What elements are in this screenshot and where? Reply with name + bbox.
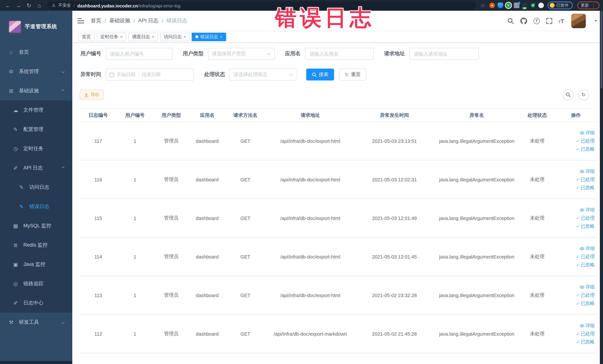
close-icon[interactable]: ×	[152, 35, 154, 39]
mark-processed-link[interactable]: ✓ 已处理	[576, 138, 595, 144]
sidebar-item-log-center[interactable]: ✐ 日志中心	[0, 293, 72, 313]
extension-onoff-icon[interactable]	[522, 3, 527, 8]
font-size-icon[interactable]: TT	[559, 18, 564, 24]
sidebar-item-java-monitor[interactable]: ▣ Java 监控	[0, 255, 72, 274]
user-type-select[interactable]: 请选择用户类型	[208, 48, 275, 60]
export-button[interactable]: 导出	[80, 90, 104, 100]
close-icon[interactable]: ×	[220, 35, 222, 39]
extension-grid-icon[interactable]	[514, 3, 519, 8]
browser-update-button[interactable]: 更新 ⋮	[577, 1, 599, 9]
detail-link[interactable]: 详细	[580, 168, 595, 175]
mark-processed-link[interactable]: ✓ 已处理	[576, 176, 595, 183]
tags-view-bar: 首页 定时任务 × 调度日志 × 访问日志 × 错误日志 ×	[72, 31, 603, 43]
sidebar-item-error-logs[interactable]: ✎ 错误日志	[0, 197, 72, 216]
extension-leaf-icon[interactable]	[530, 3, 535, 8]
calendar-icon	[109, 72, 114, 77]
sidebar-item-label: 研发工具	[19, 319, 39, 326]
fullscreen-icon[interactable]	[546, 18, 552, 24]
mark-ignored-link[interactable]: ✓ 已忽略	[576, 146, 595, 152]
tab-home[interactable]: 首页	[78, 33, 94, 41]
tab-access-logs[interactable]: 访问日志 ×	[160, 33, 190, 41]
date-start-placeholder: 开始日期	[117, 71, 135, 78]
mark-processed-link[interactable]: ✓ 已处理	[576, 254, 595, 260]
detail-link[interactable]: 详细	[580, 207, 595, 213]
check-icon: ✓	[576, 262, 580, 267]
request-url-input[interactable]	[409, 48, 479, 60]
sidebar-item-trace[interactable]: ◎ 链路追踪	[0, 274, 72, 293]
breadcrumb-infrastructure[interactable]: 基础设施	[109, 17, 130, 24]
sidebar-item-infrastructure[interactable]: ⊞ 基础设施	[0, 81, 72, 101]
paused-badge[interactable]: 已暂停	[547, 1, 573, 9]
cell-user-type: 管理员	[153, 292, 189, 299]
search-icon[interactable]	[508, 18, 514, 24]
log-icon: ✐	[13, 300, 19, 306]
sidebar-item-system-management[interactable]: ⚙ 系统管理	[0, 62, 72, 81]
app-name-input[interactable]	[305, 48, 374, 60]
bookmark-star-icon[interactable]: ☆	[480, 2, 486, 8]
forward-icon[interactable]: →	[14, 1, 23, 10]
cell-exception-name: java.lang.IllegalArgumentException	[434, 331, 519, 337]
breadcrumb-api-logs[interactable]: API 日志	[138, 17, 159, 24]
sidebar-item-config-management[interactable]: ✎ 配置管理	[0, 120, 72, 139]
gear-icon: ⚙	[8, 69, 14, 75]
sidebar-item-mysql-monitor[interactable]: ▦ MySQL 监控	[0, 216, 72, 235]
detail-link[interactable]: 详细	[580, 284, 595, 290]
breadcrumb-home[interactable]: 首页	[91, 17, 101, 24]
check-icon: ✓	[576, 340, 580, 344]
mark-processed-link[interactable]: ✓ 已处理	[576, 215, 595, 221]
mark-ignored-link[interactable]: ✓ 已忽略	[576, 185, 595, 191]
sidebar-item-home[interactable]: ⌂ 首页	[0, 43, 72, 62]
tab-schedule-logs[interactable]: 调度日志 ×	[128, 33, 158, 41]
download-icon	[84, 93, 89, 97]
cell-status: 未处理	[519, 138, 555, 144]
app-logo[interactable]: 芋道管理系统	[0, 11, 72, 43]
scrollbar[interactable]	[600, 11, 603, 364]
help-icon[interactable]: ?	[533, 18, 540, 24]
close-icon[interactable]: ×	[184, 35, 186, 39]
close-icon[interactable]: ×	[120, 35, 123, 39]
scrollbar-thumb[interactable]	[600, 11, 603, 89]
sidebar-item-scheduled-tasks[interactable]: ◷ 定时任务	[0, 139, 72, 158]
reload-icon[interactable]: ↻	[24, 1, 33, 10]
mark-ignored-link[interactable]: ✓ 已忽略	[576, 262, 595, 268]
user-id-input[interactable]	[106, 48, 172, 60]
filter-row-2: 异常时间 开始日期 - 结束日期 处理状态 请选择处理状态 搜索	[78, 69, 598, 81]
address-bar[interactable]: ⚠ 不安全 | dashboard.yudao.iocoder.cn/infra…	[47, 1, 476, 10]
sidebar-item-redis-monitor[interactable]: ≣ Redis 监控	[0, 235, 72, 255]
sidebar-item-access-logs[interactable]: ✎ 访问日志	[0, 178, 72, 197]
extension-paw-icon[interactable]	[538, 3, 544, 8]
mark-ignored-link[interactable]: ✓ 已忽略	[576, 300, 595, 306]
extension-y-icon[interactable]: Y	[506, 3, 511, 8]
process-status-select[interactable]: 请选择处理状态	[230, 69, 297, 81]
exception-time-range-picker[interactable]: 开始日期 - 结束日期	[106, 69, 194, 81]
detail-link[interactable]: 详细	[580, 130, 595, 136]
mark-processed-link[interactable]: ✓ 已处理	[576, 331, 595, 337]
detail-link[interactable]: 详细	[580, 245, 595, 252]
avatar[interactable]	[571, 13, 586, 28]
search-button[interactable]: 搜索	[306, 69, 334, 81]
sidebar-item-api-logs[interactable]: ✐ API 日志	[0, 158, 72, 178]
browser-menu-icon[interactable]: ⋮	[591, 3, 596, 8]
extension-shield-icon[interactable]	[497, 3, 503, 8]
chevron-down-icon[interactable]	[594, 20, 597, 22]
reset-button[interactable]: ↻ 重置	[339, 69, 366, 81]
show-search-button[interactable]	[563, 89, 573, 100]
hamburger-icon[interactable]	[78, 18, 84, 23]
sidebar-item-file-management[interactable]: ☁ 文件管理	[0, 101, 72, 120]
exception-time-label: 异常时间	[81, 71, 101, 78]
mark-ignored-link[interactable]: ✓ 已忽略	[576, 223, 595, 229]
mark-ignored-link[interactable]: ✓ 已忽略	[576, 339, 595, 345]
sidebar-item-label: 首页	[19, 49, 29, 56]
github-icon[interactable]	[520, 17, 527, 24]
refresh-table-button[interactable]: ↻	[578, 89, 589, 100]
mark-processed-link[interactable]: ✓ 已处理	[576, 292, 595, 298]
back-icon[interactable]: ←	[4, 1, 13, 10]
sidebar-item-dev-tools[interactable]: ⚒ 研发工具	[0, 313, 72, 332]
tab-scheduled-tasks[interactable]: 定时任务 ×	[97, 33, 126, 41]
extension-target-icon[interactable]	[489, 3, 495, 8]
home-icon[interactable]: ⌂	[35, 1, 44, 10]
log-icon: ✎	[19, 204, 24, 210]
detail-link[interactable]: 详细	[580, 322, 595, 329]
cell-status: 未处理	[519, 330, 555, 337]
tab-error-logs[interactable]: 错误日志 ×	[192, 33, 226, 41]
